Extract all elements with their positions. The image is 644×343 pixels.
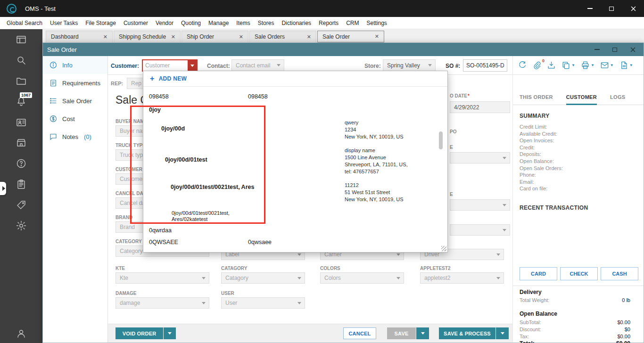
document-dropdown-caret[interactable]: ▼: [629, 63, 633, 67]
customer-option[interactable]: 0joy: [149, 106, 161, 114]
save-process-button[interactable]: SAVE & PROCESS: [439, 327, 495, 339]
field-select[interactable]: User: [221, 297, 305, 309]
customer-select-caret[interactable]: [188, 60, 197, 71]
right-select-2[interactable]: [450, 199, 510, 211]
address-block[interactable]: display name 1500 Line Avenue Shreveport…: [345, 147, 444, 175]
tab-close-icon[interactable]: ✕: [375, 33, 379, 40]
popup-scrollbar-thumb[interactable]: [439, 131, 443, 149]
pay-button[interactable]: CHECK: [560, 267, 598, 280]
inner-minimize-button[interactable]: [588, 43, 606, 56]
address-block[interactable]: qwery 1234 New York, NY, 10019, US: [345, 119, 444, 140]
menu-item[interactable]: User Tasks: [46, 20, 82, 26]
customer-option[interactable]: 098458 098458: [149, 93, 169, 100]
tab-close-icon[interactable]: ✕: [239, 34, 243, 40]
address-block[interactable]: 11212 51 West 51st Street New York, NY, …: [345, 182, 444, 203]
field-select[interactable]: Kte: [116, 272, 209, 284]
attachment-icon[interactable]: 0: [532, 61, 541, 70]
menu-item[interactable]: File Storage: [82, 20, 120, 26]
tag-icon[interactable]: [16, 199, 27, 211]
customer-option[interactable]: 0joy/00d: [161, 125, 185, 132]
menu-item[interactable]: Customer: [120, 20, 152, 26]
customer-option[interactable]: 0joy/00d/01test/0021test, Ares: [171, 184, 254, 191]
user-profile-icon[interactable]: [16, 328, 27, 339]
menu-item[interactable]: CRM: [342, 20, 363, 26]
tab[interactable]: Sale Orders ✕: [249, 31, 316, 42]
copy-icon[interactable]: ▼: [561, 61, 575, 70]
maximize-button[interactable]: [601, 0, 622, 17]
customer-option[interactable]: 0joy/00d/01test: [165, 156, 207, 163]
nav-item-notes[interactable]: Notes (0): [43, 128, 107, 146]
tab[interactable]: Shipping Schedule ✕: [114, 31, 181, 42]
menu-item[interactable]: Manage: [205, 20, 232, 26]
store-select[interactable]: Spring Valley: [383, 59, 436, 72]
inner-maximize-button[interactable]: [606, 43, 624, 56]
field-select[interactable]: Catagory: [221, 272, 305, 284]
clipboard-icon[interactable]: [16, 179, 27, 190]
refresh-icon[interactable]: [518, 61, 527, 70]
menu-item[interactable]: Reports: [315, 20, 342, 26]
field-select[interactable]: damage: [116, 297, 209, 309]
void-order-button[interactable]: VOID ORDER: [116, 327, 163, 339]
void-order-dropdown-caret[interactable]: [164, 327, 176, 339]
minimize-button[interactable]: [579, 0, 601, 17]
sidebar-expand-handle[interactable]: [0, 182, 6, 195]
email-icon[interactable]: ▼: [600, 61, 614, 70]
menu-item[interactable]: Global Search: [3, 20, 46, 26]
save-dropdown-caret[interactable]: [416, 327, 429, 339]
inner-close-button[interactable]: [624, 43, 642, 56]
close-button[interactable]: [622, 0, 644, 17]
right-select-1[interactable]: [450, 152, 510, 163]
menu-item[interactable]: Stores: [254, 20, 278, 26]
settings-gear-icon[interactable]: [16, 220, 27, 231]
tab-close-icon[interactable]: ✕: [103, 34, 107, 40]
nav-item-cost[interactable]: Cost: [43, 110, 107, 128]
field-select[interactable]: Colors: [320, 272, 404, 284]
email-dropdown-caret[interactable]: ▼: [610, 63, 614, 67]
customer-select[interactable]: Customer: [142, 59, 198, 72]
panel-tab[interactable]: CUSTOMER: [566, 90, 597, 105]
nav-item-requirements[interactable]: Requirements: [43, 74, 107, 92]
menu-item[interactable]: Items: [232, 20, 254, 26]
menu-item[interactable]: Settings: [363, 20, 390, 26]
tab[interactable]: Dashboard ✕: [46, 31, 113, 42]
tab-close-icon[interactable]: ✕: [307, 34, 311, 40]
print-dropdown-caret[interactable]: ▼: [591, 63, 594, 67]
save-button[interactable]: SAVE: [387, 327, 416, 339]
panel-tab[interactable]: LOGS: [610, 90, 625, 105]
popup-resize-grip[interactable]: [441, 246, 446, 251]
document-export-icon[interactable]: ▼: [619, 61, 633, 70]
save-process-dropdown-caret[interactable]: [496, 327, 509, 339]
store-icon[interactable]: [16, 137, 27, 148]
customer-option[interactable]: 0qwrdaa: [149, 227, 172, 234]
so-date-input[interactable]: 4/29/2022: [450, 101, 510, 113]
cancel-button[interactable]: CANCEL: [343, 327, 376, 339]
tab[interactable]: Sale Order ✕: [317, 31, 384, 42]
customer-option[interactable]: 0QWSAEE 0qwsaee: [149, 239, 178, 246]
field-select[interactable]: appletest2: [420, 272, 504, 284]
tab-close-icon[interactable]: ✕: [171, 34, 175, 40]
add-new-customer-button[interactable]: + ADD NEW: [143, 71, 447, 87]
maximize-icon: [609, 7, 614, 11]
tab[interactable]: Ship Order ✕: [182, 31, 248, 42]
pay-button[interactable]: CASH: [601, 267, 638, 280]
folder-icon[interactable]: [16, 75, 27, 87]
help-icon[interactable]: [16, 158, 27, 169]
nav-item-sale-order[interactable]: Sale Order: [43, 92, 107, 110]
menu-item[interactable]: Quoting: [177, 20, 205, 26]
contacts-icon[interactable]: [16, 117, 27, 128]
print-icon[interactable]: ▼: [581, 61, 594, 70]
contact-select[interactable]: Contact email: [231, 59, 284, 72]
search-icon[interactable]: [16, 55, 27, 66]
menu-item[interactable]: Vendor: [152, 20, 177, 26]
nav-item-info[interactable]: Info: [43, 56, 107, 74]
panel-tab[interactable]: THIS ORDER: [520, 90, 553, 105]
dashboard-icon[interactable]: [16, 34, 27, 45]
customer-option[interactable]: 0joy/00d/01test/0021test, Ares/02katetes…: [172, 210, 252, 222]
import-icon[interactable]: [547, 61, 556, 70]
summary-label: Credit Limit:: [520, 123, 644, 131]
right-select-3[interactable]: [450, 224, 510, 236]
copy-dropdown-caret[interactable]: ▼: [571, 63, 575, 67]
so-number-input[interactable]: SO-0051495-D: [463, 59, 507, 72]
pay-button[interactable]: CARD: [520, 267, 557, 280]
menu-item[interactable]: Dictionaries: [278, 20, 315, 26]
